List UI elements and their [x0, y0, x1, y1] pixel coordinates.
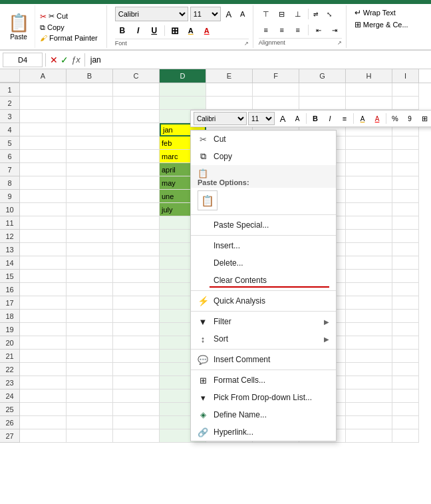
- cell-i26[interactable]: [392, 416, 419, 429]
- cell-c13[interactable]: [113, 243, 160, 256]
- cell-e1[interactable]: [206, 83, 253, 97]
- cell-a18[interactable]: [20, 310, 67, 323]
- cell-c11[interactable]: [113, 216, 160, 230]
- row-header-19[interactable]: 19: [0, 323, 20, 336]
- decrease-font-size-button[interactable]: A: [237, 8, 249, 20]
- row-header-9[interactable]: 9: [0, 190, 20, 203]
- cell-i1[interactable]: [392, 83, 419, 97]
- cell-f2[interactable]: [253, 97, 299, 110]
- col-header-b[interactable]: B: [67, 69, 113, 83]
- row-header-5[interactable]: 5: [0, 136, 20, 150]
- cell-i20[interactable]: [392, 336, 419, 350]
- mini-italic-button[interactable]: I: [323, 112, 337, 125]
- cell-b19[interactable]: [67, 323, 113, 336]
- cell-b16[interactable]: [67, 283, 113, 296]
- cell-d1[interactable]: [160, 83, 206, 97]
- context-menu-format-cells[interactable]: ⊞ Format Cells...: [191, 372, 336, 389]
- cell-c27[interactable]: [113, 429, 160, 443]
- cell-c16[interactable]: [113, 283, 160, 296]
- cell-b8[interactable]: [67, 176, 113, 190]
- cell-b21[interactable]: [67, 350, 113, 363]
- cell-i2[interactable]: [392, 97, 419, 110]
- increase-indent-button[interactable]: ⇥: [327, 23, 342, 37]
- cell-a6[interactable]: [20, 150, 67, 163]
- cell-a11[interactable]: [20, 216, 67, 230]
- cell-h19[interactable]: [346, 323, 392, 336]
- row-header-17[interactable]: 17: [0, 296, 20, 310]
- cell-c7[interactable]: [113, 163, 160, 176]
- cell-a16[interactable]: [20, 283, 67, 296]
- cell-h13[interactable]: [346, 243, 392, 256]
- insert-function-icon[interactable]: ƒx: [71, 55, 80, 65]
- cell-h26[interactable]: [346, 416, 392, 429]
- align-center-button[interactable]: ≡: [275, 23, 289, 37]
- cell-reference-input[interactable]: [3, 53, 43, 67]
- cell-b15[interactable]: [67, 270, 113, 283]
- cell-a12[interactable]: [20, 230, 67, 243]
- cell-h14[interactable]: [346, 256, 392, 270]
- mini-align-button[interactable]: ≡: [338, 112, 351, 125]
- cell-h2[interactable]: [346, 97, 392, 110]
- cell-h15[interactable]: [346, 270, 392, 283]
- mini-bold-button[interactable]: B: [309, 112, 322, 125]
- cell-c12[interactable]: [113, 230, 160, 243]
- row-header-7[interactable]: 7: [0, 163, 20, 176]
- paste-button[interactable]: 📋 Paste: [3, 5, 35, 48]
- context-menu-clear-contents[interactable]: Clear Contents: [191, 272, 336, 289]
- cell-b1[interactable]: [67, 83, 113, 97]
- align-right-button[interactable]: ≡: [291, 23, 305, 37]
- context-menu-pick-dropdown[interactable]: ▾ Pick From Drop-down List...: [191, 389, 336, 406]
- cell-h12[interactable]: [346, 230, 392, 243]
- context-menu-insert-comment[interactable]: 💬 Insert Comment: [191, 351, 336, 368]
- cell-c26[interactable]: [113, 416, 160, 429]
- cell-c5[interactable]: [113, 136, 160, 150]
- cell-a3[interactable]: [20, 110, 67, 123]
- italic-button[interactable]: I: [131, 23, 146, 38]
- cell-c19[interactable]: [113, 323, 160, 336]
- cell-b10[interactable]: [67, 203, 113, 216]
- cell-b7[interactable]: [67, 163, 113, 176]
- cell-b5[interactable]: [67, 136, 113, 150]
- formula-input[interactable]: [88, 55, 428, 65]
- cell-a4[interactable]: [20, 123, 67, 136]
- mini-fill-color-button[interactable]: A: [356, 112, 369, 125]
- alignment-expand-icon[interactable]: ↗: [337, 40, 342, 46]
- col-header-a[interactable]: A: [20, 69, 67, 83]
- cell-b18[interactable]: [67, 310, 113, 323]
- cell-i22[interactable]: [392, 363, 419, 376]
- cell-d2[interactable]: [160, 97, 206, 110]
- cell-a15[interactable]: [20, 270, 67, 283]
- row-header-4[interactable]: 4: [0, 123, 20, 136]
- cell-a5[interactable]: [20, 136, 67, 150]
- cell-b20[interactable]: [67, 336, 113, 350]
- row-header-3[interactable]: 3: [0, 110, 20, 123]
- cell-c14[interactable]: [113, 256, 160, 270]
- cell-a17[interactable]: [20, 296, 67, 310]
- alignment-group-label[interactable]: Alignment ↗: [259, 38, 342, 46]
- context-menu-define-name[interactable]: ◈ Define Name...: [191, 406, 336, 423]
- cell-i27[interactable]: [392, 429, 419, 443]
- cell-c25[interactable]: [113, 403, 160, 416]
- bold-button[interactable]: B: [115, 23, 130, 38]
- cell-b9[interactable]: [67, 190, 113, 203]
- cell-b24[interactable]: [67, 389, 113, 403]
- decrease-indent-button[interactable]: ⇤: [311, 23, 326, 37]
- cell-c9[interactable]: [113, 190, 160, 203]
- cell-b3[interactable]: [67, 110, 113, 123]
- cell-b17[interactable]: [67, 296, 113, 310]
- cell-i18[interactable]: [392, 310, 419, 323]
- cell-g2[interactable]: [299, 97, 346, 110]
- cell-h8[interactable]: [346, 176, 392, 190]
- cell-h16[interactable]: [346, 283, 392, 296]
- cell-h17[interactable]: [346, 296, 392, 310]
- wrap-text-button-main[interactable]: ↵ Wrap Text: [352, 7, 411, 19]
- cell-e2[interactable]: [206, 97, 253, 110]
- cell-c10[interactable]: [113, 203, 160, 216]
- merge-cells-button[interactable]: ⊞ Merge & Ce...: [352, 19, 411, 31]
- cell-c23[interactable]: [113, 376, 160, 389]
- col-header-i[interactable]: I: [392, 69, 419, 83]
- font-size-select[interactable]: 11: [190, 7, 221, 21]
- row-header-23[interactable]: 23: [0, 376, 20, 389]
- cell-i11[interactable]: [392, 216, 419, 230]
- increase-font-size-button[interactable]: A: [223, 8, 235, 20]
